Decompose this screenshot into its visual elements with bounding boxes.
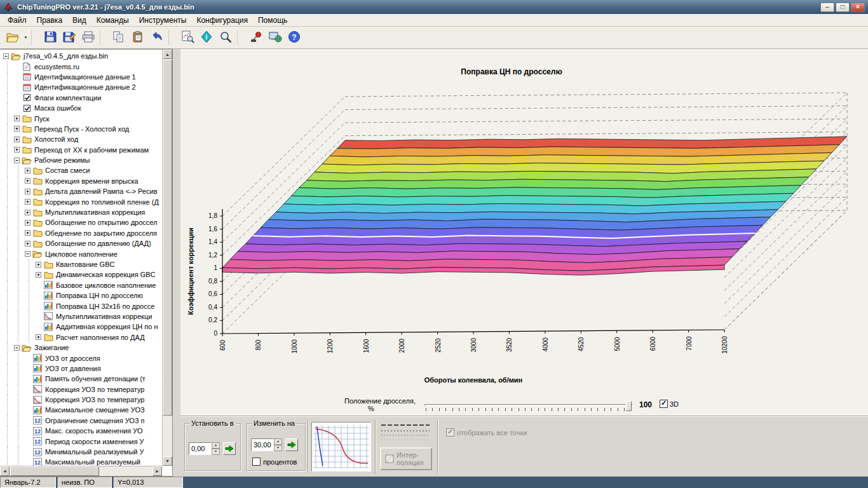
tree-item[interactable]: Переход Пуск - Холостой ход (0, 124, 162, 134)
tree-item[interactable]: Флаги комплектации (0, 93, 162, 103)
maximize-button[interactable]: □ (836, 3, 850, 12)
tree-item[interactable]: 12Максимальный реализуемый (0, 457, 162, 466)
vertical-scroll-thumb[interactable] (163, 60, 172, 416)
calibration-button[interactable] (247, 29, 266, 46)
tree-item[interactable]: ecusystems.ru (0, 61, 162, 71)
copy-button[interactable] (109, 29, 128, 46)
set-value-input[interactable] (189, 442, 212, 455)
tree-item[interactable]: Коррекция УОЗ по температур (0, 384, 162, 395)
close-button[interactable]: × (851, 3, 865, 12)
tree-item[interactable]: 12Ограничение смещения УОЗ п (0, 416, 162, 426)
expander-minus-icon[interactable] (13, 345, 21, 351)
expander-plus-icon[interactable] (24, 230, 32, 236)
tree-item[interactable]: Состав смеси (0, 165, 162, 175)
tree-item[interactable]: 12Макс. скорость изменения УО (0, 426, 162, 436)
open-dropdown-icon[interactable]: ▼ (22, 29, 29, 46)
paste-button[interactable] (128, 29, 147, 46)
scroll-down-icon[interactable]: ▼ (163, 456, 172, 466)
menu-item-configuration[interactable]: Конфигурация (191, 15, 253, 26)
expander-plus-icon[interactable] (24, 241, 32, 247)
expander-plus-icon[interactable] (24, 189, 32, 194)
preview-button[interactable] (178, 29, 197, 46)
tree-item[interactable]: Идентификационные данные 1 (0, 72, 162, 82)
expander-minus-icon[interactable] (24, 251, 32, 257)
menu-item-help[interactable]: Помощь (253, 15, 292, 26)
tree-item[interactable]: Холостой ход (0, 134, 162, 144)
minimize-button[interactable]: – (820, 3, 834, 12)
tree-item[interactable]: Расчет наполнения по ДАД (0, 332, 162, 342)
interpolation-button[interactable]: Интер- поляция (380, 447, 432, 470)
info-button[interactable]: i (197, 29, 216, 46)
tree-item[interactable]: j7esa_v0.4.5_для езды.bin (0, 51, 162, 61)
tree-item[interactable]: Рабочие режимы (0, 155, 162, 165)
tree-item[interactable]: Зажигание (0, 342, 162, 353)
apply-set-button[interactable] (223, 442, 236, 455)
tree-item[interactable]: Пуск (0, 113, 162, 123)
tree-item[interactable]: 12Период скорости изменения У (0, 436, 162, 446)
expander-minus-icon[interactable] (13, 158, 21, 163)
undo-button[interactable] (147, 29, 166, 46)
expander-plus-icon[interactable] (34, 334, 43, 340)
apply-change-button[interactable] (285, 438, 298, 451)
expander-plus-icon[interactable] (24, 210, 32, 215)
tree-item[interactable]: УОЗ от давления (0, 363, 162, 374)
help-button[interactable]: ? (285, 29, 304, 46)
expander-plus-icon[interactable] (24, 168, 32, 173)
tree-item[interactable]: 12Минимальный реализуемый У (0, 447, 162, 457)
open-button[interactable] (3, 29, 22, 46)
tree-item[interactable]: Переход от ХХ к рабочим режимам (0, 145, 162, 155)
throttle-slider[interactable] (424, 399, 633, 413)
expander-plus-icon[interactable] (13, 116, 21, 121)
tree-item[interactable]: Поправка ЦН 32x16 по дроссе (0, 301, 162, 311)
expander-plus-icon[interactable] (13, 147, 21, 152)
tree-item[interactable]: Мультипликативная коррекция (0, 207, 162, 217)
tree-item[interactable]: Мультипликативная коррекци (0, 311, 162, 322)
tree-item[interactable]: Дельта давлений Рампа <-> Ресив (0, 186, 162, 196)
tree-item[interactable]: УОЗ от дросселя (0, 353, 162, 363)
tree-item[interactable]: Коррекция времени впрыска (0, 176, 162, 186)
tree-item[interactable]: Базовое цикловое наполнение (0, 280, 162, 290)
save-button[interactable] (41, 29, 60, 46)
tree-item[interactable]: Динамическая коррекция GBC (0, 269, 162, 280)
tree-item[interactable]: Аддитивная коррекция ЦН по н (0, 322, 162, 332)
show-all-points-checkbox[interactable] (446, 428, 454, 437)
tree-vertical-scrollbar[interactable]: ▲ ▼ (162, 50, 172, 466)
menu-item-edit[interactable]: Правка (32, 15, 68, 26)
tree-item[interactable]: Маска ошибок (0, 103, 162, 113)
expander-plus-icon[interactable] (34, 272, 43, 278)
scroll-left-icon[interactable]: ◄ (0, 466, 10, 476)
tree-item[interactable]: Память обучения детонации (т (0, 374, 162, 384)
tree-item[interactable]: Обогащение по открытию дроссел (0, 217, 162, 227)
expander-plus-icon[interactable] (13, 126, 21, 132)
scroll-up-icon[interactable]: ▲ (163, 50, 172, 59)
tree-item[interactable]: Обеднение по закрытию дросселя (0, 228, 162, 238)
expander-plus-icon[interactable] (24, 178, 32, 184)
menu-item-view[interactable]: Вид (67, 15, 92, 26)
3d-checkbox[interactable] (660, 400, 668, 408)
correction-curve-preview[interactable] (311, 422, 371, 471)
set-value-spinner[interactable]: ▲▼ (212, 442, 220, 455)
horizontal-scroll-thumb[interactable] (10, 466, 99, 476)
tree-item[interactable]: Коррекция по топливной пленке (Д (0, 196, 162, 207)
tree-item[interactable]: Цикловое наполнение (0, 248, 162, 259)
connection-button[interactable] (266, 29, 285, 46)
print-button[interactable] (79, 29, 98, 46)
expander-plus-icon[interactable] (24, 220, 32, 226)
tree-item[interactable]: Поправка ЦН по дросселю (0, 290, 162, 301)
expander-plus-icon[interactable] (24, 199, 32, 205)
change-by-input[interactable] (251, 438, 274, 451)
percent-checkbox[interactable] (252, 458, 261, 466)
surface-chart[interactable]: 00,20,40,60,811,21,41,61,860080010001200… (180, 49, 868, 395)
tree-item[interactable]: Обогащение по давлению (ДАД) (0, 238, 162, 248)
search-button[interactable] (216, 29, 235, 46)
expander-plus-icon[interactable] (13, 137, 21, 142)
tree-item[interactable]: Идентификационные данные 2 (0, 82, 162, 92)
slider-track[interactable] (424, 404, 633, 406)
scroll-right-icon[interactable]: ► (153, 466, 162, 476)
menu-item-file[interactable]: Файл (3, 15, 32, 26)
tree-item[interactable]: Коррекция УОЗ по температур (0, 395, 162, 405)
tree-item[interactable]: Максимальное смещение УОЗ (0, 405, 162, 415)
menu-item-commands[interactable]: Команды (92, 15, 134, 26)
change-by-spinner[interactable]: ▲▼ (274, 438, 282, 451)
save-as-button[interactable] (60, 29, 79, 46)
